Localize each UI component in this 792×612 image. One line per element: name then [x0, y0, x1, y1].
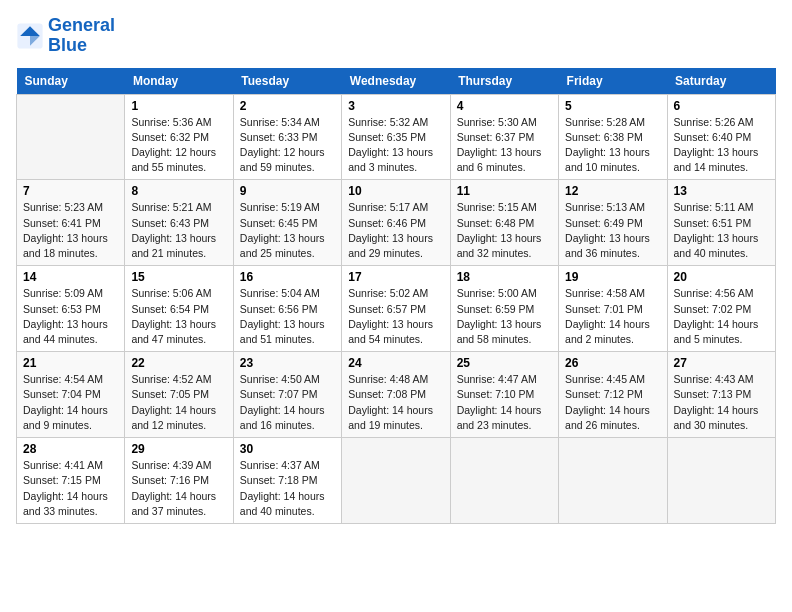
day-content: Sunrise: 4:50 AMSunset: 7:07 PMDaylight:… — [240, 372, 335, 433]
calendar-cell: 10Sunrise: 5:17 AMSunset: 6:46 PMDayligh… — [342, 180, 450, 266]
weekday-header-tuesday: Tuesday — [233, 68, 341, 95]
weekday-header-saturday: Saturday — [667, 68, 775, 95]
day-number: 25 — [457, 356, 552, 370]
calendar-table: SundayMondayTuesdayWednesdayThursdayFrid… — [16, 68, 776, 524]
logo-text: General Blue — [48, 16, 115, 56]
day-content: Sunrise: 5:04 AMSunset: 6:56 PMDaylight:… — [240, 286, 335, 347]
day-content: Sunrise: 4:39 AMSunset: 7:16 PMDaylight:… — [131, 458, 226, 519]
day-number: 3 — [348, 99, 443, 113]
calendar-cell — [450, 438, 558, 524]
day-content: Sunrise: 5:21 AMSunset: 6:43 PMDaylight:… — [131, 200, 226, 261]
day-content: Sunrise: 5:23 AMSunset: 6:41 PMDaylight:… — [23, 200, 118, 261]
calendar-cell: 21Sunrise: 4:54 AMSunset: 7:04 PMDayligh… — [17, 352, 125, 438]
day-content: Sunrise: 4:43 AMSunset: 7:13 PMDaylight:… — [674, 372, 769, 433]
calendar-cell: 28Sunrise: 4:41 AMSunset: 7:15 PMDayligh… — [17, 438, 125, 524]
calendar-week-row: 7Sunrise: 5:23 AMSunset: 6:41 PMDaylight… — [17, 180, 776, 266]
calendar-cell: 4Sunrise: 5:30 AMSunset: 6:37 PMDaylight… — [450, 94, 558, 180]
calendar-cell: 3Sunrise: 5:32 AMSunset: 6:35 PMDaylight… — [342, 94, 450, 180]
calendar-cell: 15Sunrise: 5:06 AMSunset: 6:54 PMDayligh… — [125, 266, 233, 352]
weekday-header-thursday: Thursday — [450, 68, 558, 95]
day-number: 20 — [674, 270, 769, 284]
weekday-header-friday: Friday — [559, 68, 667, 95]
calendar-cell: 9Sunrise: 5:19 AMSunset: 6:45 PMDaylight… — [233, 180, 341, 266]
day-content: Sunrise: 5:34 AMSunset: 6:33 PMDaylight:… — [240, 115, 335, 176]
day-number: 22 — [131, 356, 226, 370]
calendar-cell: 24Sunrise: 4:48 AMSunset: 7:08 PMDayligh… — [342, 352, 450, 438]
day-content: Sunrise: 4:48 AMSunset: 7:08 PMDaylight:… — [348, 372, 443, 433]
day-content: Sunrise: 4:58 AMSunset: 7:01 PMDaylight:… — [565, 286, 660, 347]
day-content: Sunrise: 5:28 AMSunset: 6:38 PMDaylight:… — [565, 115, 660, 176]
day-content: Sunrise: 5:02 AMSunset: 6:57 PMDaylight:… — [348, 286, 443, 347]
day-number: 26 — [565, 356, 660, 370]
day-number: 9 — [240, 184, 335, 198]
day-number: 28 — [23, 442, 118, 456]
calendar-cell: 23Sunrise: 4:50 AMSunset: 7:07 PMDayligh… — [233, 352, 341, 438]
calendar-cell: 8Sunrise: 5:21 AMSunset: 6:43 PMDaylight… — [125, 180, 233, 266]
day-content: Sunrise: 5:11 AMSunset: 6:51 PMDaylight:… — [674, 200, 769, 261]
calendar-cell: 7Sunrise: 5:23 AMSunset: 6:41 PMDaylight… — [17, 180, 125, 266]
day-number: 27 — [674, 356, 769, 370]
day-number: 11 — [457, 184, 552, 198]
calendar-cell: 29Sunrise: 4:39 AMSunset: 7:16 PMDayligh… — [125, 438, 233, 524]
day-content: Sunrise: 5:19 AMSunset: 6:45 PMDaylight:… — [240, 200, 335, 261]
day-content: Sunrise: 4:52 AMSunset: 7:05 PMDaylight:… — [131, 372, 226, 433]
day-content: Sunrise: 4:45 AMSunset: 7:12 PMDaylight:… — [565, 372, 660, 433]
calendar-cell — [559, 438, 667, 524]
weekday-header-sunday: Sunday — [17, 68, 125, 95]
day-number: 2 — [240, 99, 335, 113]
day-number: 7 — [23, 184, 118, 198]
calendar-cell: 25Sunrise: 4:47 AMSunset: 7:10 PMDayligh… — [450, 352, 558, 438]
calendar-cell: 17Sunrise: 5:02 AMSunset: 6:57 PMDayligh… — [342, 266, 450, 352]
logo: General Blue — [16, 16, 115, 56]
calendar-cell: 16Sunrise: 5:04 AMSunset: 6:56 PMDayligh… — [233, 266, 341, 352]
calendar-cell: 30Sunrise: 4:37 AMSunset: 7:18 PMDayligh… — [233, 438, 341, 524]
day-number: 1 — [131, 99, 226, 113]
calendar-cell: 5Sunrise: 5:28 AMSunset: 6:38 PMDaylight… — [559, 94, 667, 180]
weekday-header-monday: Monday — [125, 68, 233, 95]
day-number: 10 — [348, 184, 443, 198]
day-content: Sunrise: 4:54 AMSunset: 7:04 PMDaylight:… — [23, 372, 118, 433]
calendar-cell: 18Sunrise: 5:00 AMSunset: 6:59 PMDayligh… — [450, 266, 558, 352]
calendar-cell: 2Sunrise: 5:34 AMSunset: 6:33 PMDaylight… — [233, 94, 341, 180]
calendar-week-row: 14Sunrise: 5:09 AMSunset: 6:53 PMDayligh… — [17, 266, 776, 352]
day-number: 19 — [565, 270, 660, 284]
calendar-cell: 6Sunrise: 5:26 AMSunset: 6:40 PMDaylight… — [667, 94, 775, 180]
calendar-cell: 26Sunrise: 4:45 AMSunset: 7:12 PMDayligh… — [559, 352, 667, 438]
page-header: General Blue — [16, 16, 776, 56]
day-content: Sunrise: 5:13 AMSunset: 6:49 PMDaylight:… — [565, 200, 660, 261]
calendar-week-row: 1Sunrise: 5:36 AMSunset: 6:32 PMDaylight… — [17, 94, 776, 180]
day-content: Sunrise: 5:06 AMSunset: 6:54 PMDaylight:… — [131, 286, 226, 347]
day-content: Sunrise: 5:26 AMSunset: 6:40 PMDaylight:… — [674, 115, 769, 176]
calendar-cell — [667, 438, 775, 524]
weekday-header-row: SundayMondayTuesdayWednesdayThursdayFrid… — [17, 68, 776, 95]
day-content: Sunrise: 5:32 AMSunset: 6:35 PMDaylight:… — [348, 115, 443, 176]
calendar-cell: 14Sunrise: 5:09 AMSunset: 6:53 PMDayligh… — [17, 266, 125, 352]
day-number: 5 — [565, 99, 660, 113]
calendar-cell: 19Sunrise: 4:58 AMSunset: 7:01 PMDayligh… — [559, 266, 667, 352]
day-content: Sunrise: 4:37 AMSunset: 7:18 PMDaylight:… — [240, 458, 335, 519]
day-number: 18 — [457, 270, 552, 284]
calendar-cell — [342, 438, 450, 524]
day-number: 14 — [23, 270, 118, 284]
day-number: 21 — [23, 356, 118, 370]
day-number: 29 — [131, 442, 226, 456]
day-number: 24 — [348, 356, 443, 370]
day-content: Sunrise: 4:47 AMSunset: 7:10 PMDaylight:… — [457, 372, 552, 433]
day-content: Sunrise: 5:36 AMSunset: 6:32 PMDaylight:… — [131, 115, 226, 176]
day-content: Sunrise: 4:56 AMSunset: 7:02 PMDaylight:… — [674, 286, 769, 347]
day-number: 8 — [131, 184, 226, 198]
day-number: 17 — [348, 270, 443, 284]
calendar-cell: 12Sunrise: 5:13 AMSunset: 6:49 PMDayligh… — [559, 180, 667, 266]
day-content: Sunrise: 5:09 AMSunset: 6:53 PMDaylight:… — [23, 286, 118, 347]
calendar-cell: 27Sunrise: 4:43 AMSunset: 7:13 PMDayligh… — [667, 352, 775, 438]
day-content: Sunrise: 5:30 AMSunset: 6:37 PMDaylight:… — [457, 115, 552, 176]
day-content: Sunrise: 5:17 AMSunset: 6:46 PMDaylight:… — [348, 200, 443, 261]
calendar-cell: 20Sunrise: 4:56 AMSunset: 7:02 PMDayligh… — [667, 266, 775, 352]
day-number: 30 — [240, 442, 335, 456]
day-content: Sunrise: 5:15 AMSunset: 6:48 PMDaylight:… — [457, 200, 552, 261]
calendar-week-row: 28Sunrise: 4:41 AMSunset: 7:15 PMDayligh… — [17, 438, 776, 524]
weekday-header-wednesday: Wednesday — [342, 68, 450, 95]
calendar-cell: 1Sunrise: 5:36 AMSunset: 6:32 PMDaylight… — [125, 94, 233, 180]
calendar-cell: 11Sunrise: 5:15 AMSunset: 6:48 PMDayligh… — [450, 180, 558, 266]
day-content: Sunrise: 4:41 AMSunset: 7:15 PMDaylight:… — [23, 458, 118, 519]
